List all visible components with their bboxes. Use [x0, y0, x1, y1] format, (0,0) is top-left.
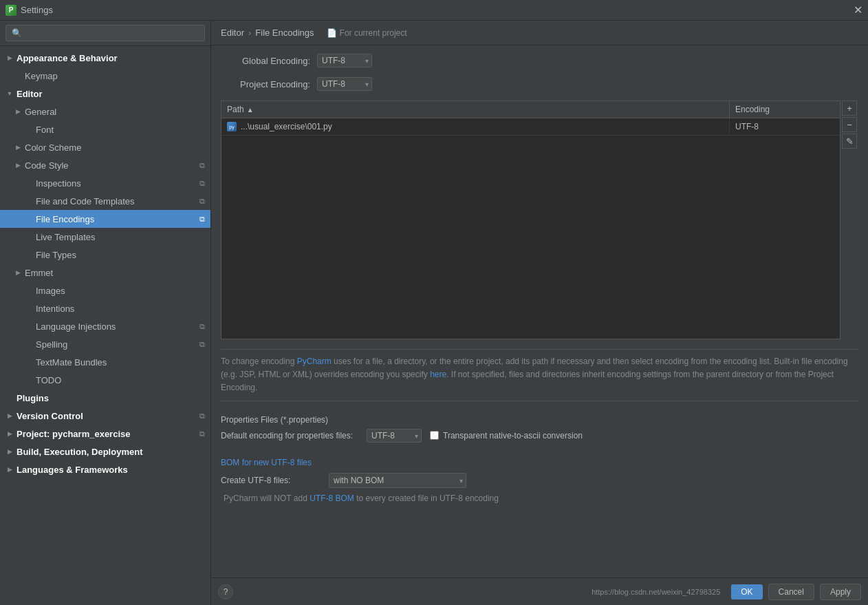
sidebar-item-build[interactable]: Build, Execution, Deployment [0, 443, 210, 460]
sidebar-item-label: Appearance & Behavior [17, 53, 205, 63]
file-encoding-value: UTF-8 [735, 122, 759, 131]
table-header: Path ▲ Encoding [221, 101, 840, 118]
sidebar-item-file-code-templates[interactable]: File and Code Templates ⧉ [0, 192, 210, 210]
edit-row-button[interactable]: ✎ [842, 134, 857, 149]
sidebar-item-editor[interactable]: Editor [0, 85, 210, 103]
sidebar-item-label: Intentions [36, 304, 205, 314]
copy-icon: ⧉ [199, 340, 205, 349]
path-column-label: Path [227, 105, 244, 114]
sidebar-item-live-templates[interactable]: Live Templates [0, 228, 210, 246]
ok-button[interactable]: OK [731, 584, 762, 599]
th-encoding: Encoding [730, 101, 840, 118]
properties-row: Default encoding for properties files: U… [221, 429, 858, 443]
properties-encoding-label: Default encoding for properties files: [221, 431, 358, 441]
sidebar: Appearance & Behavior Keymap Editor Gene… [0, 21, 211, 605]
sidebar-item-font[interactable]: Font [0, 120, 210, 138]
sidebar-item-label: Inspections [36, 178, 197, 189]
bom-create-label: Create UTF-8 files: [221, 476, 321, 485]
project-icon: 📄 [327, 28, 337, 38]
pycharm-link[interactable]: PyCharm [297, 357, 332, 366]
copy-icon: ⧉ [199, 179, 205, 188]
encoding-column-label: Encoding [735, 105, 770, 114]
sidebar-item-code-style[interactable]: Code Style ⧉ [0, 156, 210, 174]
title-bar-left: P Settings [6, 5, 53, 16]
sidebar-item-label: Keymap [25, 71, 205, 81]
project-encoding-select-wrapper: UTF-8 [317, 77, 372, 91]
transparent-checkbox[interactable] [430, 431, 439, 440]
info-text: To change encoding PyCharm uses for a fi… [221, 349, 858, 401]
bom-section: BOM for new UTF-8 files Create UTF-8 fil… [221, 458, 858, 503]
sidebar-item-label: Color Scheme [25, 142, 205, 153]
help-button[interactable]: ? [218, 584, 233, 599]
sidebar-item-file-encodings[interactable]: File Encodings ⧉ [0, 210, 210, 228]
close-button[interactable]: ✕ [854, 5, 862, 16]
copy-icon: ⧉ [199, 322, 205, 331]
sidebar-item-emmet[interactable]: Emmet [0, 264, 210, 282]
sidebar-item-label: General [25, 107, 205, 117]
sidebar-item-label: Editor [17, 89, 205, 99]
search-input[interactable] [6, 25, 205, 41]
sidebar-item-color-scheme[interactable]: Color Scheme [0, 138, 210, 156]
sort-icon: ▲ [247, 106, 254, 114]
table-actions: + − ✎ [842, 100, 857, 150]
project-encoding-label: Project Encoding: [221, 79, 310, 89]
sidebar-item-appearance[interactable]: Appearance & Behavior [0, 49, 210, 67]
breadcrumb: Editor › File Encodings 📄 For current pr… [211, 21, 868, 45]
bom-info-part2: to every created file in UTF-8 encoding [354, 493, 499, 503]
sidebar-item-label: File and Code Templates [36, 196, 197, 206]
sidebar-item-languages[interactable]: Languages & Frameworks [0, 460, 210, 478]
project-encoding-select[interactable]: UTF-8 [317, 77, 372, 91]
add-row-button[interactable]: + [842, 100, 857, 116]
sidebar-item-label: TextMate Bundles [36, 357, 205, 368]
sidebar-item-intentions[interactable]: Intentions [0, 299, 210, 317]
sidebar-item-file-types[interactable]: File Types [0, 246, 210, 264]
table-row[interactable]: py ...\usual_exercise\001.py UTF-8 [221, 118, 840, 136]
remove-row-button[interactable]: − [842, 117, 857, 132]
copy-icon: ⧉ [199, 215, 205, 224]
arrow-icon [6, 54, 14, 62]
utf8-bom-link[interactable]: UTF-8 BOM [310, 493, 354, 503]
sidebar-item-language-injections[interactable]: Language Injections ⧉ [0, 317, 210, 335]
properties-encoding-select[interactable]: UTF-8 [367, 429, 422, 443]
sidebar-item-version-control[interactable]: Version Control ⧉ [0, 407, 210, 425]
sidebar-item-todo[interactable]: TODO [0, 371, 210, 389]
breadcrumb-action: 📄 For current project [327, 28, 407, 38]
copy-icon: ⧉ [199, 197, 205, 206]
sidebar-item-spelling[interactable]: Spelling ⧉ [0, 335, 210, 353]
table-body: py ...\usual_exercise\001.py UTF-8 [221, 118, 840, 339]
sidebar-item-project[interactable]: Project: pycharm_exercise ⧉ [0, 425, 210, 443]
sidebar-item-label: Project: pycharm_exercise [17, 429, 197, 439]
bottom-right: https://blog.csdn.net/weixin_42798325 OK… [592, 584, 861, 600]
sidebar-item-label: Spelling [36, 339, 197, 350]
sidebar-item-images[interactable]: Images [0, 282, 210, 299]
th-path[interactable]: Path ▲ [221, 101, 730, 118]
arrow-icon [6, 447, 14, 456]
sidebar-item-keymap[interactable]: Keymap [0, 67, 210, 85]
bottom-bar: ? https://blog.csdn.net/weixin_42798325 … [211, 577, 868, 605]
sidebar-item-general[interactable]: General [0, 103, 210, 120]
sidebar-item-plugins[interactable]: Plugins [0, 389, 210, 407]
arrow-icon [14, 107, 22, 116]
sidebar-item-inspections[interactable]: Inspections ⧉ [0, 174, 210, 192]
arrow-icon [6, 429, 14, 438]
bom-row: Create UTF-8 files: with NO BOM with BOM [221, 473, 858, 488]
sidebar-item-label: Live Templates [36, 232, 205, 242]
sidebar-item-textmate[interactable]: TextMate Bundles [0, 353, 210, 371]
bottom-left: ? [218, 584, 233, 599]
content-panel: Editor › File Encodings 📄 For current pr… [211, 21, 868, 605]
global-encoding-select[interactable]: UTF-8 [317, 54, 372, 67]
here-link[interactable]: here [430, 370, 446, 379]
copy-icon: ⧉ [199, 429, 205, 438]
arrow-icon [6, 89, 14, 98]
apply-button[interactable]: Apply [820, 584, 861, 600]
cancel-button[interactable]: Cancel [768, 584, 814, 600]
global-encoding-select-wrapper: UTF-8 [317, 54, 372, 67]
sidebar-item-label: Plugins [17, 393, 205, 403]
sidebar-item-label: File Encodings [36, 214, 197, 224]
sidebar-item-label: File Types [36, 250, 205, 260]
bom-select[interactable]: with NO BOM with BOM [329, 473, 466, 488]
file-encodings-table-wrapper: Path ▲ Encoding py ...\usual_exercise\00… [221, 100, 840, 339]
bom-select-wrapper: with NO BOM with BOM [329, 473, 466, 488]
sidebar-item-label: Build, Execution, Deployment [17, 447, 205, 457]
content-body: Global Encoding: UTF-8 Project Encoding:… [211, 45, 868, 577]
